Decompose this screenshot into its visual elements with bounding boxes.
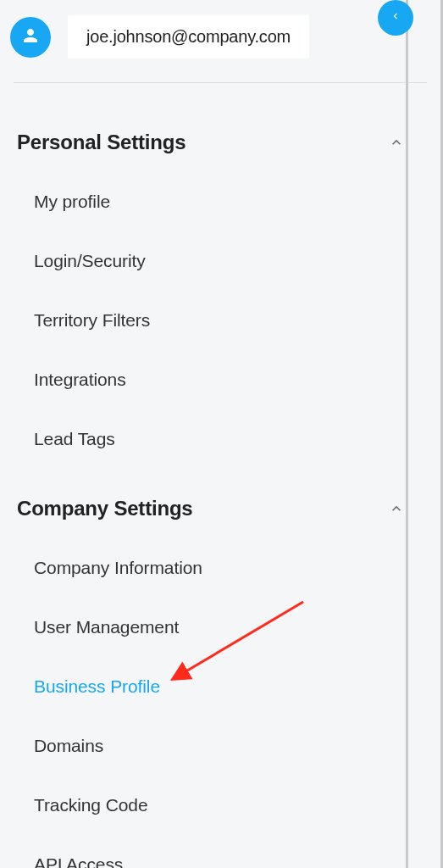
chevron-up-icon [386,132,407,153]
settings-sidebar: joe.johnson@company.com Personal Setting… [0,0,443,868]
sidebar-content: Personal Settings My profile Login/Secur… [0,131,440,868]
person-icon [20,25,41,49]
chevron-left-icon [390,10,401,25]
nav-item-my-profile[interactable]: My profile [34,192,427,212]
nav-item-integrations[interactable]: Integrations [34,370,427,390]
section-items-personal: My profile Login/Security Territory Filt… [17,192,427,449]
email-display[interactable]: joe.johnson@company.com [68,15,309,58]
sidebar-header: joe.johnson@company.com [0,0,440,82]
nav-item-territory-filters[interactable]: Territory Filters [34,310,427,331]
section-title: Company Settings [17,497,193,520]
avatar[interactable] [10,17,51,58]
nav-item-user-management[interactable]: User Management [34,617,427,637]
nav-item-domains[interactable]: Domains [34,736,427,756]
nav-item-api-access[interactable]: API Access [34,854,427,868]
section-items-company: Company Information User Management Busi… [17,558,427,868]
section-personal: Personal Settings My profile Login/Secur… [17,131,427,449]
horizontal-divider [14,82,427,83]
section-title: Personal Settings [17,131,186,154]
nav-item-company-information[interactable]: Company Information [34,558,427,578]
nav-item-tracking-code[interactable]: Tracking Code [34,795,427,815]
sidebar-divider [406,0,408,868]
nav-item-business-profile[interactable]: Business Profile [34,676,427,697]
section-company: Company Settings Company Information Use… [17,497,427,868]
collapse-sidebar-button[interactable] [378,0,413,36]
nav-item-lead-tags[interactable]: Lead Tags [34,429,427,449]
section-header-company[interactable]: Company Settings [17,497,427,520]
nav-item-login-security[interactable]: Login/Security [34,251,427,271]
chevron-up-icon [386,498,407,519]
section-header-personal[interactable]: Personal Settings [17,131,427,154]
